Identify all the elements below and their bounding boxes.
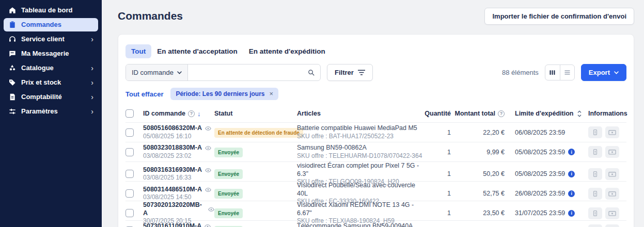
sidebar-item-comptabilite[interactable]: Comptabilité › (4, 90, 98, 104)
search-bar: ID commande (125, 64, 321, 81)
chevron-down-icon (177, 71, 182, 74)
sort-icon[interactable] (577, 110, 582, 117)
select-all-checkbox[interactable] (125, 109, 134, 118)
headset-icon (8, 35, 17, 43)
sidebar-item-catalogue[interactable]: Catalogue › (4, 61, 98, 75)
order-id[interactable]: 5073020132020MB-A (143, 201, 205, 217)
search-icon[interactable] (307, 69, 315, 76)
sidebar-item-label: Ma Messagerie (21, 50, 69, 58)
payment-button[interactable] (605, 146, 619, 158)
sort-desc-icon[interactable]: ↓ (197, 110, 201, 118)
order-date: 03/08/2025 23:02 (143, 152, 214, 160)
shipping-deadline: 26/08/2025 23:59 (515, 190, 565, 197)
info-icon[interactable]: i (568, 190, 575, 197)
quantity: 1 (423, 209, 451, 217)
document-button[interactable] (588, 224, 602, 227)
payment-button[interactable] (605, 188, 619, 200)
info-icon[interactable]: i (568, 149, 575, 155)
sidebar-item-commandes[interactable]: Commandes › (4, 18, 98, 31)
table-row: 5080516086320M-A 05/08/2025 16:10 En att… (125, 123, 626, 142)
tab-en-attente-expedition[interactable]: En attente d'expédition (243, 44, 331, 58)
sidebar-item-label: Catalogue (21, 64, 54, 72)
table-row: 5080316316930M-A 03/08/2025 16:33 Envoyé… (125, 162, 626, 182)
banknote-icon (608, 149, 616, 155)
payment-button[interactable] (605, 207, 619, 219)
order-id[interactable]: 5073016110910M-A (143, 222, 201, 227)
order-id[interactable]: 5080516086320M-A (143, 124, 202, 133)
sidebar-item-tableau-de-bord[interactable]: Tableau de bord › (4, 4, 98, 17)
total-amount: 9,99 € (451, 149, 505, 156)
row-checkbox[interactable] (125, 209, 134, 217)
sidebar-item-label: Service client (21, 35, 65, 43)
table-body: 5080516086320M-A 05/08/2025 16:10 En att… (125, 123, 626, 227)
table-row: 5080323018830M-A 03/08/2025 23:02 Envoyé… (125, 142, 626, 162)
visibility-icon[interactable] (205, 145, 211, 151)
shapes-icon (8, 64, 17, 72)
status-badge: Envoyée (214, 189, 243, 199)
row-checkbox[interactable] (125, 128, 134, 137)
row-checkbox[interactable] (125, 148, 134, 156)
document-button[interactable] (588, 146, 602, 158)
document-button[interactable] (588, 207, 602, 219)
column-header-montant-total: Montant total ? (451, 110, 505, 117)
visibility-icon[interactable] (208, 206, 214, 213)
tab-en-attente-acceptation[interactable]: En attente d'acceptation (151, 44, 243, 58)
sidebar-item-parametres[interactable]: Paramètres › (4, 105, 98, 118)
row-checkbox[interactable] (125, 170, 134, 178)
order-id[interactable]: 5080323018830M-A (143, 144, 202, 152)
order-id[interactable]: 5080314486510M-A (143, 186, 202, 194)
banknote-icon (608, 210, 616, 217)
payment-button[interactable] (605, 168, 619, 180)
columns-view-button[interactable] (545, 65, 560, 80)
filter-button-label: Filtrer (335, 69, 354, 76)
view-toggle (545, 64, 575, 80)
document-button[interactable] (588, 168, 602, 180)
chevron-right-icon: › (91, 108, 93, 115)
column-label: Articles (297, 110, 321, 117)
list-view-button[interactable] (560, 65, 574, 80)
filter-button[interactable]: Filtrer (327, 64, 373, 81)
list-icon (563, 69, 571, 76)
payment-button[interactable] (605, 126, 619, 138)
sidebar-item-ma-messagerie[interactable]: Ma Messagerie › (4, 47, 98, 60)
column-label: Statut (214, 110, 232, 117)
tab-tout[interactable]: Tout (125, 44, 151, 58)
info-icon[interactable]: i (568, 171, 575, 177)
sidebar-item-prix-et-stock[interactable]: Prix et stock › (4, 76, 98, 89)
visibility-icon[interactable] (205, 167, 211, 173)
visibility-icon[interactable] (205, 187, 211, 193)
filter-chip-periode[interactable]: Période: Les 90 derniers jours × (170, 88, 278, 100)
page-header: Commandes Importer le fichier de confirm… (118, 7, 634, 25)
article-title: Télécommande Samsung BN59-00940A (297, 222, 423, 227)
help-icon[interactable]: ? (498, 110, 505, 117)
column-header-id-commande: ID commande ? ↓ (143, 110, 214, 118)
order-id[interactable]: 5080316316930M-A (143, 166, 202, 174)
export-button[interactable]: Export (581, 64, 626, 81)
search-field-selector[interactable]: ID commande (126, 64, 188, 80)
payment-button[interactable] (605, 224, 619, 227)
document-icon (592, 190, 599, 197)
document-icon (592, 149, 599, 155)
row-checkbox[interactable] (125, 189, 134, 198)
help-icon[interactable]: ? (188, 110, 195, 117)
order-date: 05/08/2025 16:10 (143, 133, 214, 140)
column-label: Quantité (425, 110, 451, 117)
clear-all-filters-link[interactable]: Tout effacer (125, 90, 163, 98)
document-button[interactable] (588, 188, 602, 200)
import-shipping-confirmation-button[interactable]: Importer le fichier de confirmation d'en… (484, 8, 634, 25)
close-icon[interactable]: × (270, 91, 274, 96)
sidebar-item-service-client[interactable]: Service client › (4, 33, 98, 46)
toolbar-right: 88 éléments Export (502, 64, 626, 81)
invoice-icon (8, 93, 17, 101)
chevron-right-icon: › (91, 94, 93, 100)
article-sku: SKU offre : BAT-HUA17/250522-23 (297, 133, 423, 140)
column-header-articles: Articles (297, 110, 423, 117)
sidebar-item-label: Commandes (21, 21, 61, 29)
document-button[interactable] (588, 126, 602, 138)
search-input[interactable] (188, 64, 307, 80)
shipping-deadline: 05/08/2025 23:59 (515, 170, 565, 177)
items-count: 88 éléments (502, 69, 539, 76)
visibility-icon[interactable] (205, 125, 211, 132)
visibility-icon[interactable] (205, 223, 211, 227)
info-icon[interactable]: i (568, 210, 575, 217)
